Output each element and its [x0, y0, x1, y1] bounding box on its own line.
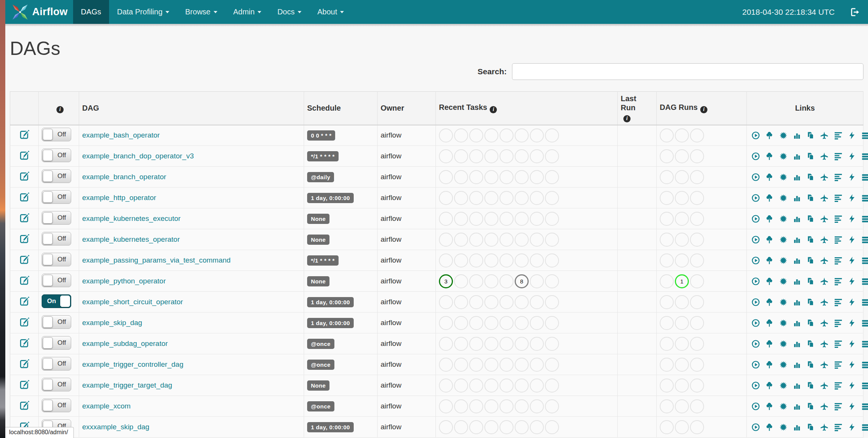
dag-pause-toggle[interactable]: Off — [42, 190, 71, 204]
dag-run-circle[interactable] — [690, 379, 704, 393]
task-status-circle[interactable] — [469, 253, 483, 267]
dag-link[interactable]: example_trigger_target_dag — [82, 381, 172, 389]
landing-times-icon[interactable] — [820, 194, 829, 202]
trigger-dag-icon[interactable] — [751, 339, 760, 348]
task-status-circle[interactable] — [500, 358, 514, 372]
task-status-circle[interactable] — [484, 358, 498, 372]
gantt-view-icon[interactable] — [834, 131, 843, 140]
edit-dag-button[interactable] — [19, 192, 30, 202]
code-view-icon[interactable] — [848, 235, 856, 244]
graph-view-icon[interactable] — [779, 194, 788, 202]
dag-run-circle[interactable] — [675, 253, 689, 267]
dag-run-circle[interactable] — [660, 337, 674, 351]
edit-dag-button[interactable] — [19, 129, 30, 139]
task-status-circle[interactable] — [454, 337, 468, 351]
task-status-circle[interactable] — [454, 420, 468, 434]
dag-run-circle[interactable] — [690, 253, 704, 267]
task-status-circle[interactable] — [484, 149, 498, 163]
landing-times-icon[interactable] — [820, 131, 829, 140]
dag-pause-toggle[interactable]: Off — [42, 211, 71, 225]
trigger-dag-icon[interactable] — [751, 319, 760, 327]
edit-dag-button[interactable] — [19, 296, 30, 306]
code-view-icon[interactable] — [848, 256, 856, 265]
task-status-circle[interactable] — [500, 128, 514, 142]
edit-dag-button[interactable] — [19, 171, 30, 181]
gantt-view-icon[interactable] — [834, 402, 843, 411]
search-input[interactable] — [512, 63, 863, 80]
gantt-view-icon[interactable] — [834, 235, 843, 244]
trigger-dag-icon[interactable] — [751, 214, 760, 223]
landing-times-icon[interactable] — [820, 256, 829, 265]
task-status-circle[interactable] — [439, 379, 453, 393]
dag-run-circle[interactable] — [690, 358, 704, 372]
tree-view-icon[interactable] — [765, 423, 774, 432]
task-status-circle[interactable] — [469, 379, 483, 393]
dag-run-circle[interactable] — [660, 316, 674, 330]
task-status-circle[interactable] — [484, 274, 498, 288]
gantt-view-icon[interactable] — [834, 277, 843, 286]
task-status-circle[interactable] — [454, 399, 468, 413]
dag-pause-toggle[interactable]: Off — [42, 399, 71, 412]
landing-times-icon[interactable] — [820, 152, 829, 161]
dag-run-circle[interactable] — [660, 128, 674, 142]
task-status-circle[interactable] — [515, 399, 529, 413]
task-duration-icon[interactable] — [793, 423, 801, 432]
dag-run-circle[interactable] — [660, 379, 674, 393]
task-status-circle[interactable] — [545, 295, 559, 309]
task-duration-icon[interactable] — [793, 381, 801, 390]
task-status-circle[interactable] — [454, 316, 468, 330]
dag-run-circle[interactable] — [660, 149, 674, 163]
dag-run-circle[interactable] — [660, 191, 674, 205]
gantt-view-icon[interactable] — [834, 360, 843, 369]
task-status-circle[interactable] — [484, 128, 498, 142]
code-view-icon[interactable] — [848, 194, 856, 202]
gantt-view-icon[interactable] — [834, 298, 843, 307]
dag-run-circle[interactable] — [690, 399, 704, 413]
log-icon[interactable] — [861, 319, 868, 327]
task-status-circle[interactable] — [484, 170, 498, 184]
dag-run-circle[interactable] — [660, 399, 674, 413]
task-status-circle[interactable] — [500, 379, 514, 393]
dag-run-circle[interactable] — [690, 212, 704, 226]
dag-run-circle[interactable] — [675, 191, 689, 205]
task-status-circle[interactable] — [439, 358, 453, 372]
gantt-view-icon[interactable] — [834, 339, 843, 348]
task-status-circle[interactable] — [545, 399, 559, 413]
dag-run-circle[interactable] — [690, 233, 704, 247]
nav-item-data-profiling[interactable]: Data Profiling — [109, 0, 177, 24]
dag-run-circle[interactable] — [690, 337, 704, 351]
graph-view-icon[interactable] — [779, 214, 788, 223]
dag-run-circle[interactable] — [675, 212, 689, 226]
task-status-circle[interactable] — [515, 191, 529, 205]
edit-dag-button[interactable] — [19, 317, 30, 327]
tree-view-icon[interactable] — [765, 194, 774, 202]
code-view-icon[interactable] — [848, 402, 856, 411]
task-status-circle[interactable] — [515, 358, 529, 372]
tree-view-icon[interactable] — [765, 381, 774, 390]
landing-times-icon[interactable] — [820, 402, 829, 411]
dag-run-circle[interactable] — [675, 295, 689, 309]
dag-run-circle[interactable] — [675, 358, 689, 372]
log-icon[interactable] — [861, 277, 868, 286]
graph-view-icon[interactable] — [779, 277, 788, 286]
tree-view-icon[interactable] — [765, 402, 774, 411]
task-status-circle[interactable] — [545, 170, 559, 184]
task-status-circle[interactable] — [500, 420, 514, 434]
trigger-dag-icon[interactable] — [751, 131, 760, 140]
landing-times-icon[interactable] — [820, 423, 829, 432]
code-view-icon[interactable] — [848, 319, 856, 327]
edit-dag-button[interactable] — [19, 400, 30, 410]
graph-view-icon[interactable] — [779, 235, 788, 244]
nav-item-browse[interactable]: Browse — [177, 0, 225, 24]
dag-run-circle[interactable] — [660, 420, 674, 434]
landing-times-icon[interactable] — [820, 214, 829, 223]
task-status-circle[interactable] — [530, 379, 544, 393]
tree-view-icon[interactable] — [765, 319, 774, 327]
dag-run-circle[interactable] — [675, 337, 689, 351]
task-status-circle[interactable] — [469, 316, 483, 330]
task-status-circle[interactable] — [439, 212, 453, 226]
dag-run-circle[interactable] — [690, 420, 704, 434]
task-status-circle[interactable] — [515, 337, 529, 351]
task-status-circle[interactable] — [439, 149, 453, 163]
task-status-circle[interactable] — [469, 212, 483, 226]
